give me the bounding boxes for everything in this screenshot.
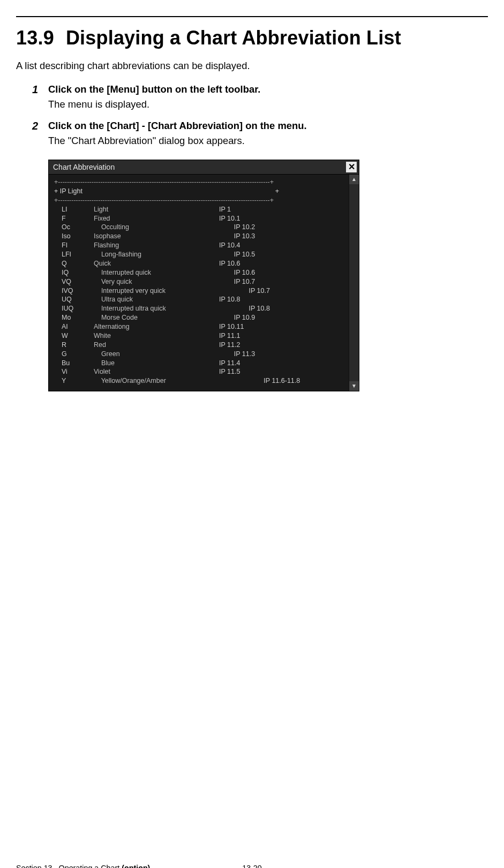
steps-list: 1 Click on the [Menu] button on the left… [16,84,488,147]
term-cell: Green [94,350,217,359]
abbreviation-rows: LILightIP 1FFixedIP 10.1Oc Occulting IP … [54,205,343,386]
dialog-figure: Chart Abbreviation ✕ +------------------… [48,160,359,391]
term-cell: Long-flashing [94,250,217,259]
code-cell: IP 10.8 [219,304,343,313]
code-cell: IP 11.6-11.8 [219,376,343,386]
abbr-cell: G [62,350,92,359]
code-cell: IP 11.5 [219,367,343,376]
term-cell: Morse Code [94,313,217,322]
code-cell: IP 11.2 [219,341,343,350]
code-cell: IP 10.7 [219,286,343,296]
scroll-down-button[interactable]: ▼ [349,381,359,391]
section-divider-bottom: +---------------------------------------… [54,196,343,205]
close-button[interactable]: ✕ [346,162,357,172]
abbr-cell: AI [62,322,92,331]
abbr-cell: LFI [62,250,92,259]
chevron-down-icon: ▼ [351,383,357,389]
step-body: The "Chart Abbreviation" dialog box appe… [48,135,488,147]
dialog-content: +---------------------------------------… [49,175,349,391]
term-cell: Yellow/Orange/Amber [94,376,217,386]
term-cell: White [94,331,217,341]
abbr-cell: VQ [62,277,92,286]
abbr-cell: Iso [62,232,92,241]
abbr-cell: W [62,331,92,341]
abbr-cell: IUQ [62,304,92,313]
term-cell: Light [94,205,217,214]
code-cell: IP 10.1 [219,214,343,223]
code-cell: IP 10.3 [219,232,343,241]
close-icon: ✕ [348,163,355,171]
section-divider-top: +---------------------------------------… [54,178,343,187]
chevron-up-icon: ▲ [351,177,357,182]
term-cell: Interrupted ultra quick [94,304,217,313]
step-1: 1 Click on the [Menu] button on the left… [32,84,488,110]
abbr-cell: IQ [62,268,92,277]
term-cell: Very quick [94,277,217,286]
code-cell: IP 1 [219,205,343,214]
code-cell: IP 10.9 [219,313,343,322]
code-cell: IP 11.4 [219,359,343,368]
code-cell: IP 10.5 [219,250,343,259]
dialog-body: +---------------------------------------… [49,175,359,391]
abbr-cell: Vi [62,367,92,376]
term-cell: Blue [94,359,217,368]
abbr-cell: Q [62,259,92,268]
dialog-titlebar[interactable]: Chart Abbreviation ✕ [49,160,359,175]
abbr-cell: F [62,214,92,223]
term-cell: Violet [94,367,217,376]
term-cell: Quick [94,259,217,268]
code-cell: IP 11.3 [219,350,343,359]
abbr-cell: FI [62,241,92,250]
term-cell: Occulting [94,223,217,232]
section-header-left: + IP Light [54,187,82,196]
dialog-title: Chart Abbreviation [53,163,115,171]
chart-abbreviation-dialog: Chart Abbreviation ✕ +------------------… [48,160,359,391]
code-cell: IP 10.6 [219,268,343,277]
section-heading: 13.9Displaying a Chart Abbreviation List [16,27,488,49]
footer-section-title-plain: Operating a Chart [59,864,122,868]
abbr-cell: LI [62,205,92,214]
code-cell: IP 10.8 [219,295,343,304]
term-cell: Red [94,341,217,350]
intro-text: A list describing chart abbreviations ca… [16,60,488,72]
code-cell: IP 10.4 [219,241,343,250]
scroll-up-button[interactable]: ▲ [349,175,359,184]
step-2: 2 Click on the [Chart] - [Chart Abbrevia… [32,120,488,147]
footer-page-number: 13-20 [242,864,262,868]
term-cell: Interrupted very quick [94,286,217,296]
section-header: + IP Light + [54,187,343,196]
page: 13.9Displaying a Chart Abbreviation List… [0,16,504,868]
term-cell: Flashing [94,241,217,250]
step-title: Click on the [Menu] button on the left t… [48,84,488,95]
abbr-cell: IVQ [62,286,92,296]
term-cell: Interrupted quick [94,268,217,277]
footer-section-title: Operating a Chart (option) [59,864,151,868]
term-cell: Isophase [94,232,217,241]
page-footer: Section 13 Operating a Chart (option) 13… [16,864,488,868]
scrollbar[interactable]: ▲ ▼ [349,175,359,391]
abbr-cell: Y [62,376,92,386]
step-number: 2 [32,120,38,132]
abbr-cell: UQ [62,295,92,304]
abbr-cell: Oc [62,223,92,232]
heading-text: Displaying a Chart Abbreviation List [66,27,401,49]
scroll-track[interactable] [349,184,359,381]
code-cell: IP 10.11 [219,322,343,331]
abbr-cell: R [62,341,92,350]
step-title: Click on the [Chart] - [Chart Abbreviati… [48,120,488,132]
term-cell: Alternationg [94,322,217,331]
heading-number: 13.9 [16,27,54,49]
term-cell: Ultra quick [94,295,217,304]
code-cell: IP 10.6 [219,259,343,268]
footer-section-title-bold: (option) [122,864,150,868]
abbr-cell: Bu [62,359,92,368]
term-cell: Fixed [94,214,217,223]
code-cell: IP 11.1 [219,331,343,341]
abbr-cell: Mo [62,313,92,322]
step-number: 1 [32,84,38,96]
step-body: The menu is displayed. [48,99,488,110]
code-cell: IP 10.7 [219,277,343,286]
section-header-right: + [275,187,343,196]
code-cell: IP 10.2 [219,223,343,232]
footer-section-label: Section 13 [16,864,52,868]
